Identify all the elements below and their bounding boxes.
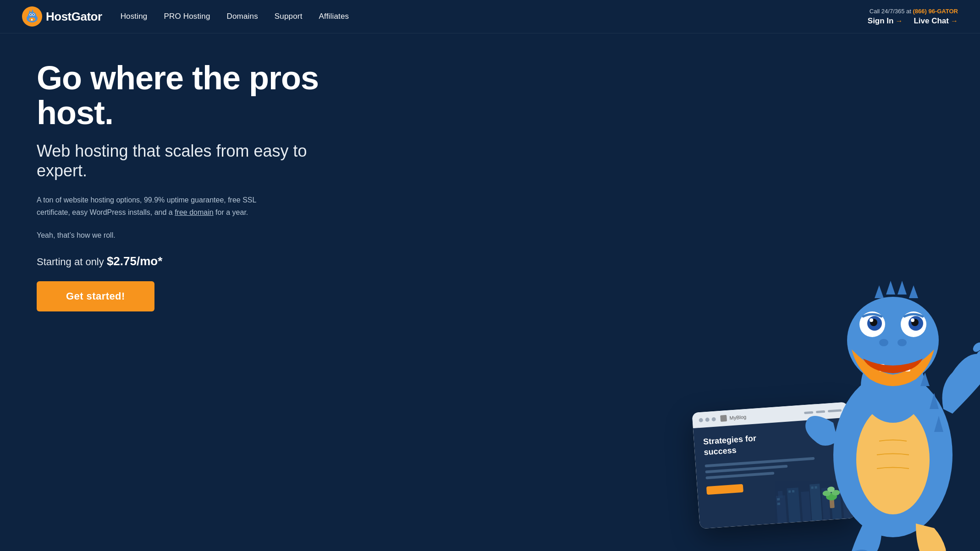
- gator-mascot-icon: [723, 249, 980, 551]
- browser-dot-3: [711, 417, 716, 421]
- svg-marker-53: [897, 281, 907, 295]
- header-right: Call 24/7/365 at (866) 96-GATOR Sign In …: [868, 8, 958, 26]
- nav-domains[interactable]: Domains: [227, 12, 258, 21]
- nav-affiliates[interactable]: Affiliates: [319, 12, 349, 21]
- hero-description: A ton of website hosting options, 99.9% …: [37, 194, 257, 218]
- svg-point-4: [30, 14, 31, 15]
- call-text: Call 24/7/365 at (866) 96-GATOR: [870, 8, 958, 15]
- sign-in-link[interactable]: Sign In →: [868, 16, 903, 26]
- svg-point-49: [870, 318, 873, 322]
- hero-content: Go where the pros host. Web hosting that…: [37, 61, 321, 311]
- nav-support[interactable]: Support: [275, 12, 303, 21]
- sign-in-arrow-icon: →: [895, 17, 903, 25]
- svg-point-38: [897, 339, 907, 346]
- header-left: HostGator Hosting PRO Hosting Domains Su…: [22, 6, 349, 27]
- browser-dots: [699, 417, 716, 422]
- hero-illustration: MyBlog: [677, 230, 980, 551]
- hero-section: Go where the pros host. Web hosting that…: [0, 33, 980, 551]
- browser-dot-2: [705, 417, 710, 422]
- header-actions: Sign In → Live Chat →: [868, 16, 958, 26]
- svg-marker-54: [909, 285, 918, 298]
- svg-marker-51: [875, 285, 884, 298]
- logo-icon: [22, 6, 42, 27]
- logo-link[interactable]: HostGator: [22, 6, 102, 27]
- nav-hosting[interactable]: Hosting: [121, 12, 148, 21]
- logo-text: HostGator: [46, 10, 102, 24]
- svg-point-50: [911, 318, 914, 322]
- free-domain-link[interactable]: free domain: [175, 208, 214, 216]
- live-chat-link[interactable]: Live Chat →: [914, 16, 958, 26]
- phone-number: (866) 96-GATOR: [913, 8, 958, 15]
- browser-dot-1: [699, 418, 703, 422]
- hero-headline: Go where the pros host.: [37, 61, 321, 130]
- svg-marker-52: [886, 281, 895, 295]
- nav-pro-hosting[interactable]: PRO Hosting: [164, 12, 210, 21]
- svg-rect-8: [31, 19, 33, 21]
- hero-tagline: Yeah, that’s how we roll.: [37, 231, 321, 240]
- svg-point-6: [33, 14, 34, 15]
- live-chat-arrow-icon: →: [951, 17, 958, 25]
- site-header: HostGator Hosting PRO Hosting Domains Su…: [0, 0, 980, 33]
- hero-subheadline: Web hosting that scales from easy to exp…: [37, 141, 321, 180]
- svg-point-37: [879, 339, 888, 346]
- get-started-button[interactable]: Get started!: [37, 281, 154, 311]
- hero-price-value: $2.75/mo*: [107, 254, 162, 268]
- main-nav: Hosting PRO Hosting Domains Support Affi…: [121, 12, 349, 21]
- hero-price: Starting at only $2.75/mo*: [37, 254, 321, 268]
